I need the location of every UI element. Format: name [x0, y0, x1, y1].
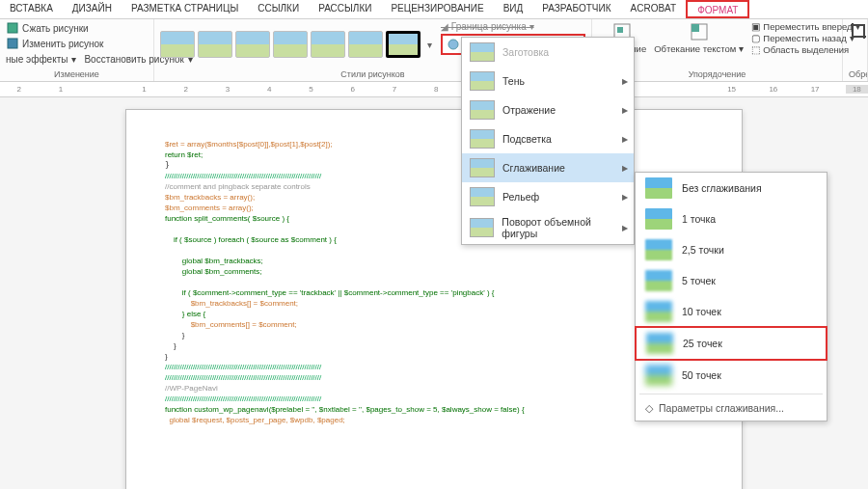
reflection-icon — [470, 100, 495, 120]
style-thumb[interactable] — [198, 31, 232, 58]
thumb-icon — [645, 177, 672, 199]
chevron-right-icon: ▶ — [622, 106, 628, 115]
options-icon: ◇ — [645, 402, 653, 414]
tab-pagelayout[interactable]: РАЗМЕТКА СТРАНИЦЫ — [122, 0, 248, 18]
thumb-icon — [645, 239, 672, 260]
tab-mailings[interactable]: РАССЫЛКИ — [309, 0, 381, 18]
softedge-option-25pt[interactable]: 25 точек — [635, 326, 827, 361]
change-icon — [6, 37, 19, 50]
tab-insert[interactable]: ВСТАВКА — [0, 0, 63, 18]
chevron-right-icon: ▶ — [622, 164, 628, 173]
crop-label: Обре — [849, 69, 861, 79]
chevron-right-icon: ▶ — [622, 135, 628, 144]
chevron-right-icon: ▶ — [622, 77, 628, 86]
picture-border-button[interactable]: ◢ Граница рисунка ▾ — [441, 21, 585, 32]
softedge-option-5pt[interactable]: 5 точек — [636, 265, 827, 296]
menu-item-glow[interactable]: Подсветка▶ — [462, 124, 634, 153]
softedge-option-50pt[interactable]: 50 точек — [636, 360, 827, 391]
svg-rect-1 — [8, 39, 17, 48]
menu-item-3drotation[interactable]: Поворот объемной фигуры▶ — [462, 211, 634, 244]
chevron-right-icon: ▶ — [622, 193, 628, 202]
shadow-icon — [470, 71, 495, 91]
menu-item-softedges[interactable]: Сглаживание▶ — [462, 153, 634, 182]
tab-acrobat[interactable]: ACROBAT — [621, 0, 687, 18]
style-thumb[interactable] — [273, 31, 308, 58]
softedge-option-none[interactable]: Без сглаживания — [636, 173, 827, 204]
compress-icon — [6, 21, 19, 35]
thumb-icon — [645, 365, 672, 386]
style-thumb[interactable] — [160, 31, 195, 58]
glow-icon — [470, 129, 495, 149]
crop-icon[interactable] — [849, 21, 868, 44]
tab-developer[interactable]: РАЗРАБОТЧИК — [532, 0, 620, 18]
group-label-adjust: Изменение — [6, 69, 148, 79]
thumb-icon — [645, 301, 672, 322]
thumb-icon — [645, 270, 672, 291]
softedge-options-button[interactable]: ◇Параметры сглаживания... — [636, 397, 827, 419]
thumb-icon — [645, 208, 672, 230]
menu-item-reflection[interactable]: Отражение▶ — [462, 95, 634, 124]
svg-rect-4 — [617, 27, 623, 33]
tab-format[interactable]: ФОРМАТ — [686, 0, 749, 18]
style-thumb[interactable] — [386, 31, 420, 58]
ribbon-tabs: ВСТАВКА ДИЗАЙН РАЗМЕТКА СТРАНИЦЫ ССЫЛКИ … — [0, 0, 868, 19]
tab-review[interactable]: РЕЦЕНЗИРОВАНИЕ — [381, 0, 493, 18]
style-thumb[interactable] — [311, 31, 345, 58]
wrap-text-button[interactable]: Обтекание текстом▾ — [654, 43, 744, 54]
style-thumb[interactable] — [235, 31, 270, 58]
horizontal-ruler: 21123456789 15161718 — [0, 82, 868, 97]
change-picture-button[interactable]: Изменить рисунок — [6, 37, 148, 50]
rotation3d-icon — [470, 218, 494, 237]
thumb-icon — [646, 333, 673, 354]
picture-effects-menu: Заготовка Тень▶ Отражение▶ Подсветка▶ Сг… — [461, 37, 635, 245]
tab-references[interactable]: ССЫЛКИ — [248, 0, 309, 18]
wrap-icon — [689, 21, 710, 42]
bevel-icon — [470, 187, 495, 206]
picture-styles-gallery[interactable]: ▾ — [160, 27, 435, 62]
softedge-option-10pt[interactable]: 10 точек — [636, 296, 827, 327]
svg-point-2 — [448, 40, 458, 49]
menu-separator — [639, 394, 823, 394]
soft-edges-submenu: Без сглаживания 1 точка 2,5 точки 5 точе… — [635, 172, 827, 421]
preset-icon — [470, 42, 495, 62]
ribbon: Сжать рисунки Изменить рисунок ные эффек… — [0, 19, 868, 82]
tab-view[interactable]: ВИД — [494, 0, 533, 18]
tab-design[interactable]: ДИЗАЙН — [63, 0, 122, 18]
chevron-right-icon: ▶ — [622, 224, 628, 232]
artistic-effects-button[interactable]: ные эффекты — [6, 54, 68, 65]
compress-pictures-button[interactable]: Сжать рисунки — [6, 21, 148, 35]
effects-icon — [447, 38, 460, 51]
softedge-option-1pt[interactable]: 1 точка — [636, 204, 827, 234]
svg-rect-6 — [692, 24, 699, 32]
menu-item-preset[interactable]: Заготовка — [462, 38, 634, 67]
menu-item-bevel[interactable]: Рельеф▶ — [462, 182, 634, 211]
softedges-icon — [470, 158, 495, 177]
svg-rect-0 — [8, 23, 17, 33]
gallery-more-button[interactable]: ▾ — [423, 40, 435, 50]
softedge-option-2-5pt[interactable]: 2,5 точки — [636, 234, 827, 265]
menu-item-shadow[interactable]: Тень▶ — [462, 67, 634, 95]
style-thumb[interactable] — [348, 31, 383, 58]
